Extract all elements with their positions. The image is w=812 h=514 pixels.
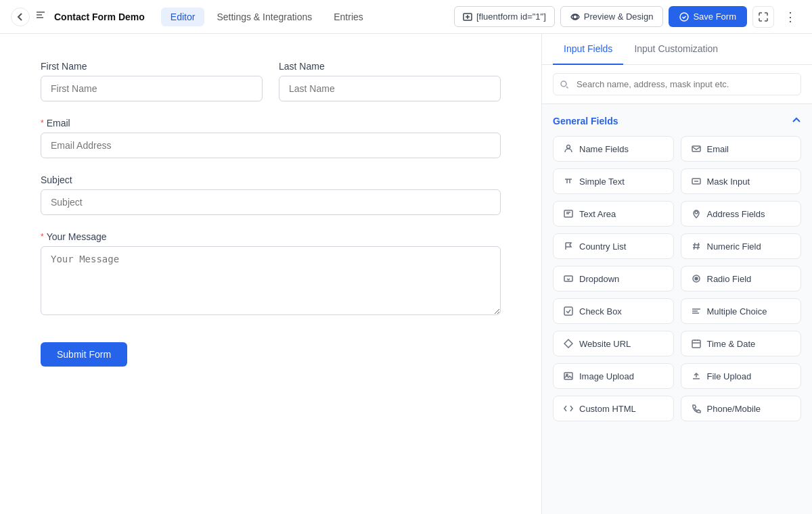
more-options-button[interactable]: ⋮ (780, 6, 801, 28)
section-header: General Fields (553, 115, 801, 126)
panel-tabs: Input Fields Input Customization (542, 34, 812, 65)
search-input[interactable] (553, 73, 801, 95)
field-label: File Upload (707, 371, 752, 381)
code-icon (563, 403, 574, 414)
field-item-dropdown[interactable]: Dropdown (553, 266, 674, 291)
field-label: Time & Date (707, 339, 756, 349)
field-item-radio-field[interactable]: Radio Field (681, 266, 802, 291)
last-name-input[interactable] (279, 76, 501, 101)
address-icon (691, 208, 702, 219)
person-icon (563, 143, 574, 154)
svg-point-8 (695, 211, 698, 214)
field-item-image-upload[interactable]: Image Upload (553, 363, 674, 389)
field-item-custom-html[interactable]: Custom HTML (553, 396, 674, 421)
field-item-mask-input[interactable]: Mask Input (681, 168, 802, 194)
field-label: Name Fields (579, 144, 629, 154)
field-label: Check Box (579, 306, 622, 317)
last-name-group: Last Name (279, 61, 501, 101)
last-name-label: Last Name (279, 61, 501, 72)
email-icon (691, 143, 702, 154)
preview-button[interactable]: Preview & Design (560, 6, 664, 27)
field-label: Website URL (579, 339, 631, 349)
svg-rect-5 (692, 146, 700, 151)
field-item-text-area[interactable]: Text Area (553, 201, 674, 227)
collapse-button[interactable] (792, 115, 801, 126)
field-label: Phone/Mobile (707, 404, 761, 414)
svg-rect-14 (692, 340, 700, 348)
tab-editor[interactable]: Editor (161, 7, 205, 26)
submit-button[interactable]: Submit Form (41, 342, 127, 367)
flag-icon (563, 241, 574, 252)
svg-point-1 (573, 15, 577, 19)
field-label: Radio Field (707, 274, 752, 284)
message-textarea[interactable] (41, 246, 501, 315)
tab-input-customization[interactable]: Input Customization (623, 34, 729, 65)
field-item-check-box[interactable]: Check Box (553, 298, 674, 324)
subject-row: Subject (41, 174, 501, 215)
field-item-name-fields[interactable]: Name Fields (553, 136, 674, 162)
back-button[interactable] (11, 7, 30, 26)
search-input-wrap (553, 73, 801, 95)
text-icon (563, 176, 574, 187)
first-name-input[interactable] (41, 76, 263, 101)
field-label: Simple Text (579, 177, 625, 187)
message-row: * Your Message (41, 231, 501, 315)
field-item-email[interactable]: Email (681, 136, 802, 162)
top-nav: Contact Form Demo Editor Settings & Inte… (0, 0, 812, 34)
field-item-simple-text[interactable]: Simple Text (553, 168, 674, 194)
email-input[interactable] (41, 133, 501, 158)
tab-input-fields[interactable]: Input Fields (553, 34, 623, 65)
field-item-address-fields[interactable]: Address Fields (681, 201, 802, 227)
required-star: * (41, 118, 44, 128)
email-row: * Email (41, 118, 501, 158)
field-item-numeric-field[interactable]: Numeric Field (681, 233, 802, 259)
field-item-multiple-choice[interactable]: Multiple Choice (681, 298, 802, 324)
search-icon (560, 80, 569, 89)
subject-label: Subject (41, 174, 501, 185)
svg-point-4 (567, 145, 570, 149)
preview-label: Preview & Design (584, 11, 654, 22)
fullscreen-button[interactable] (752, 6, 774, 28)
first-name-label: First Name (41, 61, 263, 72)
save-label: Save Form (693, 11, 736, 22)
required-star-msg: * (41, 232, 44, 241)
save-button[interactable]: Save Form (669, 6, 747, 27)
field-label: Address Fields (707, 209, 765, 219)
shortcode-button[interactable]: [fluentform id="1"] (454, 6, 555, 27)
email-label: * Email (41, 118, 501, 128)
tab-settings[interactable]: Settings & Integrations (207, 7, 321, 26)
diamond-icon (563, 338, 574, 349)
page-title: Contact Form Demo (54, 11, 145, 22)
hash-icon (691, 241, 702, 252)
svg-rect-12 (564, 307, 572, 315)
tab-entries[interactable]: Entries (324, 7, 373, 26)
svg-point-11 (695, 277, 698, 280)
calendar-icon (691, 338, 702, 349)
email-group: * Email (41, 118, 501, 158)
search-box (542, 65, 812, 104)
first-name-group: First Name (41, 61, 263, 101)
subject-group: Subject (41, 174, 501, 215)
checkbox-icon (563, 306, 574, 317)
field-item-website-url[interactable]: Website URL (553, 331, 674, 356)
message-label: * Your Message (41, 231, 501, 242)
main-layout: First Name Last Name * Email Subject (0, 34, 812, 514)
field-label: Dropdown (579, 274, 619, 284)
subject-input[interactable] (41, 189, 501, 215)
field-label: Text Area (579, 209, 616, 219)
radio-icon (691, 273, 702, 284)
field-item-time-date[interactable]: Time & Date (681, 331, 802, 356)
name-row: First Name Last Name (41, 61, 501, 101)
dropdown-icon (563, 273, 574, 284)
right-panel: Input Fields Input Customization General… (541, 34, 812, 514)
field-item-phone-mobile[interactable]: Phone/Mobile (681, 396, 802, 421)
message-group: * Your Message (41, 231, 501, 315)
nav-actions: [fluentform id="1"] Preview & Design Sav… (454, 6, 801, 28)
shortcode-label: [fluentform id="1"] (476, 11, 546, 22)
textarea-icon (563, 208, 574, 219)
field-item-file-upload[interactable]: File Upload (681, 363, 802, 389)
nav-tabs: Editor Settings & Integrations Entries (161, 7, 373, 26)
upload-icon (691, 371, 702, 381)
field-item-country-list[interactable]: Country List (553, 233, 674, 259)
form-icon (35, 10, 46, 24)
